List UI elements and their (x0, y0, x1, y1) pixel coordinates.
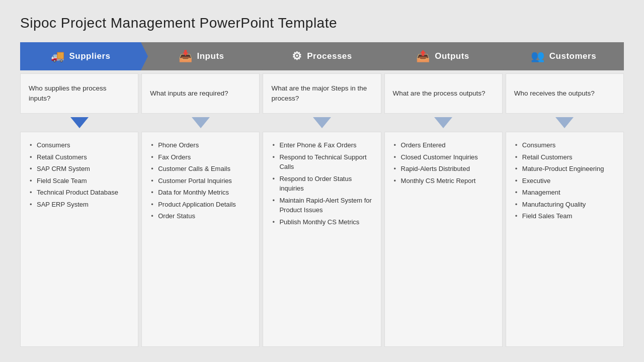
desc-processes: What are the major Steps in the process? (263, 73, 381, 114)
header-customers: 👥Customers (503, 42, 624, 70)
list-item: Publish Monthly CS Metrics (272, 216, 373, 228)
list-item: Field Sales Team (515, 210, 616, 222)
list-item: Customer Portal Inquiries (151, 175, 252, 187)
arrow-customers (506, 116, 624, 130)
list-item: Customer Calls & Emails (151, 163, 252, 175)
content-customers: ConsumersRetail CustomersMature-Product … (506, 132, 624, 347)
arrow-down-suppliers (70, 117, 89, 128)
desc-outputs: What are the process outputs? (384, 73, 503, 114)
list-item: Order Status (151, 210, 252, 222)
list-item: Rapid-Alerts Distributed (394, 163, 495, 175)
list-item: Phone Orders (151, 139, 252, 151)
desc-inputs: What inputs are required? (141, 73, 260, 114)
header-processes: ⚙Processes (262, 42, 382, 70)
header-suppliers: 🚚Suppliers (20, 42, 141, 70)
list-item: Respond to Technical Support Calls (272, 151, 373, 173)
outputs-icon: 📤 (416, 50, 430, 63)
list-item: Management (515, 187, 616, 199)
suppliers-label: Suppliers (69, 51, 111, 61)
list-item: Respond to Order Status inquiries (272, 173, 373, 195)
suppliers-icon: 🚚 (51, 50, 64, 63)
content-processes: Enter Phone & Fax OrdersRespond to Techn… (263, 132, 381, 347)
content-suppliers: ConsumersRetail CustomersSAP CRM SystemF… (20, 132, 138, 347)
processes-label: Processes (307, 51, 352, 61)
inputs-label: Inputs (197, 51, 224, 61)
arrow-down-outputs (434, 117, 452, 128)
list-item: Consumers (515, 139, 616, 151)
arrow-down-inputs (192, 117, 210, 128)
list-item: Mature-Product Engineering (515, 163, 616, 175)
list-item: Monthly CS Metric Report (394, 175, 495, 187)
list-item: Technical Product Database (30, 187, 131, 199)
header-inputs: 📥Inputs (141, 42, 262, 70)
list-item: Enter Phone & Fax Orders (272, 139, 373, 151)
list-item: Manufacturing Quality (515, 199, 616, 211)
content-inputs: Phone OrdersFax OrdersCustomer Calls & E… (141, 132, 260, 347)
arrow-processes (263, 116, 381, 130)
list-item: Data for Monthly Metrics (151, 187, 252, 199)
customers-icon: 👥 (531, 50, 544, 63)
header-outputs: 📤Outputs (382, 42, 503, 70)
arrow-down-customers (555, 117, 574, 128)
customers-label: Customers (549, 51, 596, 61)
list-item: SAP ERP System (30, 199, 131, 211)
desc-row: Who supplies the process inputs?What inp… (20, 73, 624, 114)
list-item: Orders Entered (394, 139, 495, 151)
list-item: Retail Customers (30, 151, 131, 163)
inputs-icon: 📥 (179, 50, 192, 63)
sipoc-diagram: 🚚Suppliers📥Inputs⚙Processes📤Outputs👥Cust… (20, 42, 624, 347)
content-outputs: Orders EnteredClosed Customer InquiriesR… (384, 132, 503, 347)
desc-suppliers: Who supplies the process inputs? (20, 73, 138, 114)
processes-icon: ⚙ (292, 50, 302, 63)
arrow-outputs (384, 116, 503, 130)
list-item: Fax Orders (151, 151, 252, 163)
arrow-inputs (141, 116, 260, 130)
arrow-down-processes (313, 117, 331, 128)
list-item: Maintain Rapid-Alert System for Product … (272, 195, 373, 216)
content-row: ConsumersRetail CustomersSAP CRM SystemF… (20, 132, 624, 347)
desc-customers: Who receives the outputs? (506, 73, 624, 114)
header-row: 🚚Suppliers📥Inputs⚙Processes📤Outputs👥Cust… (20, 42, 624, 70)
list-item: SAP CRM System (30, 163, 131, 175)
arrow-suppliers (20, 116, 138, 130)
list-item: Retail Customers (515, 151, 616, 163)
page-title: Sipoc Project Management PowerPoint Temp… (20, 15, 624, 31)
list-item: Field Scale Team (30, 175, 131, 187)
list-item: Closed Customer Inquiries (394, 151, 495, 163)
arrow-row (20, 116, 624, 130)
list-item: Product Application Details (151, 199, 252, 211)
outputs-label: Outputs (435, 51, 469, 61)
list-item: Consumers (30, 139, 131, 151)
list-item: Executive (515, 175, 616, 187)
